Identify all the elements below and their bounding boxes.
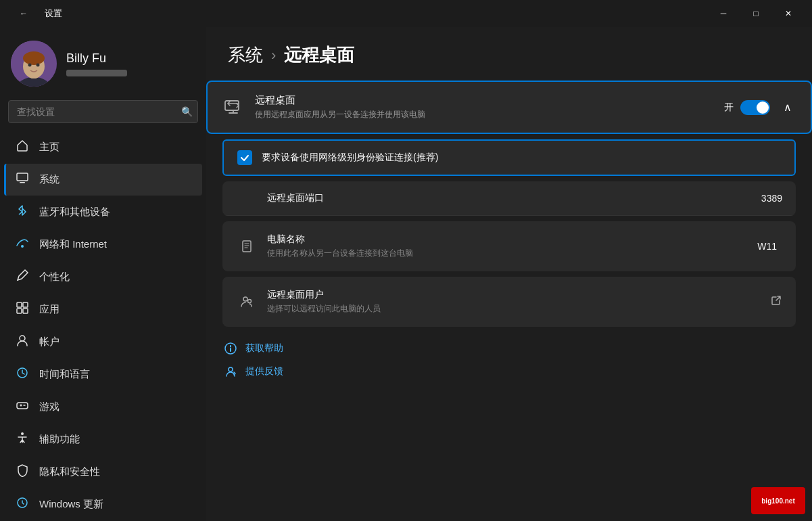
svg-rect-7 xyxy=(17,173,28,181)
time-icon xyxy=(15,366,30,383)
help-link[interactable]: 获取帮助 xyxy=(222,340,796,357)
sidebar-item-windows-update[interactable]: Windows 更新 xyxy=(4,489,202,520)
remote-desktop-title: 远程桌面 xyxy=(255,94,724,107)
remote-desktop-subtitle: 使用远程桌面应用从另一设备连接并使用该电脑 xyxy=(255,109,724,120)
maximize-button[interactable]: □ xyxy=(740,3,771,24)
breadcrumb-current: 远程桌面 xyxy=(284,43,354,67)
checkbox-row[interactable]: 要求设备使用网络级别身份验证连接(推荐) xyxy=(222,139,796,176)
sidebar-item-accounts[interactable]: 帐户 xyxy=(4,326,202,358)
sidebar-item-apps[interactable]: 应用 xyxy=(4,294,202,325)
sidebar-item-bluetooth[interactable]: 蓝牙和其他设备 xyxy=(4,196,202,228)
search-button[interactable]: 🔍 xyxy=(181,106,193,117)
user-name: Billy Fu xyxy=(66,51,127,66)
personalization-icon xyxy=(15,269,30,286)
gaming-icon xyxy=(15,399,30,415)
help-label: 获取帮助 xyxy=(245,342,283,355)
network-icon xyxy=(15,236,30,253)
svg-rect-12 xyxy=(17,309,22,313)
sidebar-label-bluetooth: 蓝牙和其他设备 xyxy=(39,206,110,219)
sidebar-label-network: 网络和 Internet xyxy=(39,238,107,251)
sidebar-item-system[interactable]: 系统 xyxy=(4,164,202,196)
svg-point-9 xyxy=(21,245,24,248)
rd-users-subtitle: 选择可以远程访问此电脑的人员 xyxy=(267,303,770,315)
minimize-button[interactable]: ─ xyxy=(708,3,739,24)
content-area: 系统 › 远程桌面 远程桌面 使用远程桌面应用从另一设备连接并使用该电脑 xyxy=(206,27,812,521)
titlebar-controls: ─ □ ✕ xyxy=(708,3,804,24)
search-input[interactable] xyxy=(8,100,198,123)
rd-users-row[interactable]: 远程桌面用户 选择可以远程访问此电脑的人员 xyxy=(222,277,796,327)
toggle-container: 开 xyxy=(724,100,770,115)
breadcrumb-parent: 系统 xyxy=(228,43,263,67)
sidebar-label-accounts: 帐户 xyxy=(39,336,59,348)
breadcrumb: 系统 › 远程桌面 xyxy=(206,27,812,81)
user-info: Billy Fu xyxy=(66,51,127,76)
svg-point-21 xyxy=(243,297,247,301)
svg-rect-13 xyxy=(23,309,28,313)
svg-point-22 xyxy=(248,300,252,303)
pc-name-title: 电脑名称 xyxy=(267,233,757,246)
port-label: 远程桌面端口 xyxy=(267,192,761,204)
accessibility-icon xyxy=(15,431,30,448)
bluetooth-icon xyxy=(15,204,30,221)
sidebar-item-privacy[interactable]: 隐私和安全性 xyxy=(4,456,202,488)
port-row: 远程桌面端口 3389 xyxy=(222,181,796,216)
rd-users-text: 远程桌面用户 选择可以远程访问此电脑的人员 xyxy=(267,289,770,315)
close-button[interactable]: ✕ xyxy=(773,3,804,24)
pc-name-value: W11 xyxy=(757,241,777,252)
user-account-bar xyxy=(66,70,127,76)
system-icon xyxy=(15,171,30,188)
sidebar-item-home[interactable]: 主页 xyxy=(4,131,202,163)
svg-rect-10 xyxy=(17,302,22,307)
toggle-label: 开 xyxy=(724,101,734,114)
svg-rect-8 xyxy=(20,182,25,183)
remote-desktop-icon xyxy=(221,95,245,120)
pc-name-row: 电脑名称 使用此名称从另一台设备连接到这台电脑 W11 xyxy=(222,221,796,271)
svg-point-5 xyxy=(28,64,32,67)
sidebar-label-accessibility: 辅助功能 xyxy=(39,433,80,446)
sidebar-label-gaming: 游戏 xyxy=(39,401,59,413)
sidebar-item-time[interactable]: 时间和语言 xyxy=(4,359,202,390)
collapse-button[interactable]: ∧ xyxy=(778,98,797,116)
svg-point-24 xyxy=(229,367,233,371)
home-icon xyxy=(15,139,30,156)
watermark: big100.net xyxy=(751,487,805,514)
avatar xyxy=(11,41,57,87)
user-profile: Billy Fu xyxy=(0,27,206,100)
rd-users-title: 远程桌面用户 xyxy=(267,289,770,301)
sidebar-nav: 主页 系统 蓝牙和其他设备 网络和 Internet xyxy=(0,131,206,520)
feedback-icon xyxy=(222,363,239,380)
accounts-icon xyxy=(15,334,30,350)
rd-users-icon xyxy=(236,291,258,313)
sidebar-label-system: 系统 xyxy=(39,173,59,186)
app-container: Billy Fu 🔍 主页 系统 xyxy=(0,27,812,521)
sidebar-label-apps: 应用 xyxy=(39,303,59,316)
port-value: 3389 xyxy=(761,193,782,204)
privacy-icon xyxy=(15,463,30,480)
sidebar-item-personalization[interactable]: 个性化 xyxy=(4,261,202,293)
pc-name-text: 电脑名称 使用此名称从另一台设备连接到这台电脑 xyxy=(267,233,757,259)
sidebar-label-home: 主页 xyxy=(39,141,59,154)
sidebar-item-gaming[interactable]: 游戏 xyxy=(4,391,202,423)
titlebar: ← 设置 ─ □ ✕ xyxy=(0,0,812,27)
remote-desktop-toggle[interactable] xyxy=(740,100,770,115)
rd-users-action-icon[interactable] xyxy=(770,294,782,309)
pc-name-icon xyxy=(236,235,258,257)
sidebar-label-privacy: 隐私和安全性 xyxy=(39,466,100,478)
svg-point-4 xyxy=(23,51,45,65)
svg-rect-20 xyxy=(243,241,251,252)
feedback-link[interactable]: 提供反馈 xyxy=(222,363,796,380)
svg-rect-19 xyxy=(225,101,239,110)
sidebar-item-accessibility[interactable]: 辅助功能 xyxy=(4,424,202,455)
remote-desktop-text: 远程桌面 使用远程桌面应用从另一设备连接并使用该电脑 xyxy=(255,94,724,120)
svg-point-14 xyxy=(20,336,25,341)
back-button[interactable]: ← xyxy=(8,3,39,24)
svg-point-6 xyxy=(37,64,40,67)
svg-point-17 xyxy=(21,432,24,435)
titlebar-title: 设置 xyxy=(45,7,62,20)
settings-rows-panel: 远程桌面端口 3389 xyxy=(222,181,796,216)
sidebar-label-personalization: 个性化 xyxy=(39,271,70,284)
toggle-thumb xyxy=(757,101,769,114)
breadcrumb-separator: › xyxy=(271,47,276,64)
sidebar-item-network[interactable]: 网络和 Internet xyxy=(4,229,202,260)
sidebar: Billy Fu 🔍 主页 系统 xyxy=(0,27,206,521)
